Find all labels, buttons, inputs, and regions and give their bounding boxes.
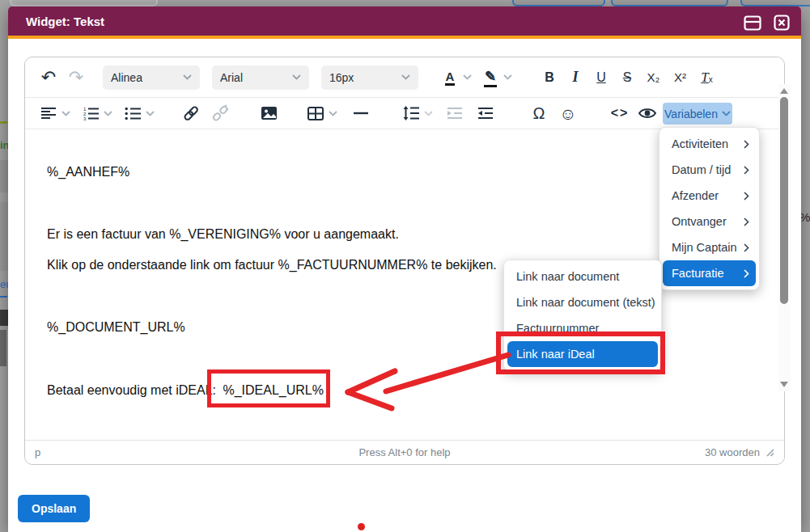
link-icon[interactable] [180,101,201,125]
undo-button[interactable]: ↶ [38,65,59,90]
annotation-dot [358,523,365,530]
submenu-item-link-naar-ideal[interactable]: Link naar iDeal [507,341,658,367]
text-color-button[interactable]: A [439,65,460,90]
background-block [0,160,8,192]
bullet-list-chevron-icon[interactable] [146,111,155,116]
submenu-item-link-naar-document-tekst[interactable]: Link naar document (tekst) [504,289,661,315]
redo-button[interactable]: ↷ [66,65,87,90]
menu-item-ontvanger[interactable]: Ontvanger [659,209,759,234]
emoji-button[interactable]: ☺ [558,101,579,125]
align-chevron-icon[interactable] [61,111,70,116]
ideal-url-variable: %_IDEAL_URL% [223,383,324,397]
variables-button-label: Variabelen [664,108,718,120]
line-height-button[interactable] [401,101,422,125]
background-button-outline [740,0,810,6]
horizontal-rule-button[interactable] [350,101,371,125]
chevron-right-icon [744,140,749,149]
editor-paragraph: Betaal eenvoudig met iDEAL: %_IDEAL_URL% [47,383,324,398]
bullet-list-button[interactable] [122,101,143,125]
editor-scrollbar[interactable] [778,84,791,391]
svg-text:3: 3 [83,116,87,120]
chevron-right-icon [744,217,749,226]
ideal-sentence: Betaal eenvoudig met iDEAL: [47,383,216,397]
table-chevron-icon[interactable] [329,111,337,116]
bold-button[interactable]: B [536,65,562,90]
editor-paragraph: Er is een factuur van %_VERENIGING% voor… [47,227,399,242]
menu-item-datum-tijd[interactable]: Datum / tijd [659,157,759,183]
ordered-list-chevron-icon[interactable] [104,111,112,116]
outdent-button[interactable] [444,101,465,125]
background-button-outline [611,0,728,6]
toolbar-row-1: ↶ ↷ Alinea Arial 16px A ✎ B [25,57,784,98]
editor-paragraph: %_DOCUMENT_URL% [47,320,185,335]
subscript-button[interactable]: X₂ [640,65,667,90]
font-size-select[interactable]: 16px [321,65,418,90]
strikethrough-button[interactable]: S [614,65,640,90]
special-character-button[interactable]: Ω [528,101,549,125]
background-button-outline [512,0,605,6]
size-select-value: 16px [329,71,354,84]
chevron-down-icon [722,111,731,116]
scroll-up-icon[interactable] [780,88,788,94]
chevron-right-icon [744,269,749,278]
table-button[interactable] [305,101,326,125]
underline-button[interactable]: U [588,65,614,90]
menu-item-activiteiten[interactable]: Activiteiten [659,131,759,157]
submenu-item-factuurnummer[interactable]: Factuurnummer [504,315,661,341]
scrollbar-thumb[interactable] [780,97,788,304]
font-select-value: Arial [220,71,243,84]
scroll-down-icon[interactable] [780,382,788,387]
italic-button[interactable]: I [562,65,588,90]
modal-header: Widget: Tekst [8,6,801,39]
submenu-item-link-naar-document[interactable]: Link naar document [504,264,661,289]
chevron-right-icon [744,166,749,175]
facturatie-submenu: Link naar document Link naar document (t… [503,260,662,371]
indent-button[interactable] [475,101,496,125]
background-block [0,202,8,271]
highlight-color-button[interactable]: ✎ [480,65,501,90]
background-block [0,330,6,366]
menu-item-mijn-captain[interactable]: Mijn Captain [659,234,759,260]
variables-button[interactable]: Variabelen [663,103,732,125]
chevron-right-icon [744,243,749,252]
chevron-down-icon [183,74,192,80]
chevron-down-icon [401,74,410,80]
collapse-window-icon[interactable] [743,14,762,32]
image-icon[interactable] [258,101,279,125]
modal-title: Widget: Tekst [26,15,104,28]
clear-formatting-button[interactable]: Tx [693,65,720,90]
save-button[interactable]: Opslaan [18,495,90,522]
ordered-list-button[interactable]: 123 [80,101,101,125]
editor-paragraph: Klik op de onderstaande link om factuur … [47,258,497,272]
background-divider [0,121,7,124]
chevron-down-icon [292,74,301,80]
background-block [0,310,8,326]
toolbar-row-2: 123 [25,98,784,129]
close-icon[interactable] [772,14,791,32]
align-left-button[interactable] [38,101,59,125]
highlight-color-chevron-icon[interactable] [503,74,512,80]
menu-item-facturatie[interactable]: Facturatie [663,260,756,286]
preview-eye-icon[interactable] [637,101,658,125]
editor-paragraph: %_AANHEF% [47,165,129,179]
editor-statusbar: p Press Alt+0 for help 30 woorden [25,440,784,464]
background-panel-outline [10,0,158,6]
superscript-button[interactable]: X² [667,65,693,90]
chevron-right-icon [744,192,749,201]
paragraph-format-select[interactable]: Alinea [103,65,200,90]
screen: in eu % Widget: Tekst ↶ ↷ [0,0,810,532]
accessibility-help-text: Press Alt+0 for help [25,446,784,458]
line-height-chevron-icon[interactable] [424,111,433,116]
source-code-button[interactable]: <> [609,101,630,125]
menu-item-afzender[interactable]: Afzender [659,183,759,209]
background-underline [0,296,7,298]
unlink-icon[interactable] [210,101,231,125]
variables-menu: Activiteiten Datum / tijd Afzender Ontva… [659,127,760,290]
font-family-select[interactable]: Arial [212,65,309,90]
text-color-chevron-icon[interactable] [463,74,472,80]
format-select-value: Alinea [111,71,142,84]
